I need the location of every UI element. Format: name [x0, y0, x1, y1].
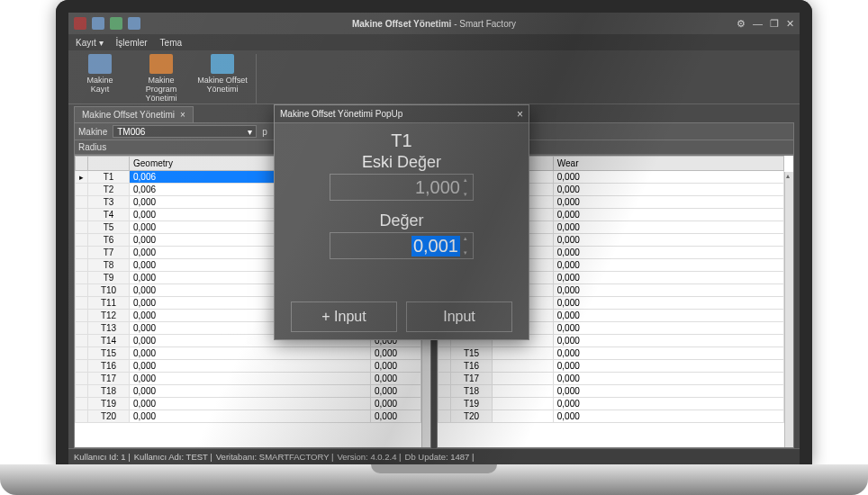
- cell-geometry[interactable]: 0,000: [130, 410, 371, 423]
- cell-wear[interactable]: 0,000: [553, 410, 783, 423]
- table-row[interactable]: T200,000: [439, 410, 784, 423]
- tab-label: Makine Offset Yönetimi: [82, 110, 175, 120]
- cell-wear[interactable]: 0,000: [371, 410, 421, 423]
- spinner-icon[interactable]: ▴▾: [464, 176, 471, 198]
- popup-close-icon[interactable]: ×: [517, 108, 523, 121]
- table-row[interactable]: T200,0000,000: [76, 410, 421, 423]
- row-header: T19: [88, 398, 130, 410]
- maximize-icon[interactable]: ❐: [770, 18, 779, 30]
- plus-input-button[interactable]: + Input: [291, 302, 397, 332]
- row-header: T6: [88, 234, 130, 247]
- row-indicator: [76, 373, 88, 385]
- col-wear[interactable]: Wear: [553, 157, 783, 171]
- cell-wear[interactable]: 0,000: [553, 184, 783, 196]
- cell-wear[interactable]: 0,000: [553, 196, 783, 209]
- cell-wear[interactable]: 0,000: [371, 373, 421, 385]
- cell-wear[interactable]: 0,000: [553, 360, 783, 373]
- cell-wear[interactable]: 0,000: [553, 272, 783, 284]
- row-header: T15: [451, 347, 493, 360]
- window-titlebar: Makine Offset Yönetimi - Smart Factory ⚙…: [68, 13, 800, 34]
- cell-wear[interactable]: 0,000: [553, 247, 783, 259]
- popup-new-label: Değer: [379, 212, 423, 230]
- row-header: T17: [88, 373, 130, 385]
- cell-wear[interactable]: 0,000: [553, 373, 783, 385]
- tab-makine-offset[interactable]: Makine Offset Yönetimi ×: [74, 106, 194, 122]
- minimize-icon[interactable]: —: [753, 18, 763, 30]
- table-row[interactable]: T150,0000,000: [76, 347, 421, 360]
- ribbon-tab-tema[interactable]: Tema: [160, 38, 182, 48]
- makine-offset-icon: [211, 54, 234, 74]
- qat-icon-1[interactable]: [92, 17, 104, 30]
- ribbon-tab-islemler[interactable]: İşlemler: [116, 38, 148, 48]
- ribbon-tabs: Kayıt ▾ İşlemler Tema: [68, 34, 800, 50]
- table-row[interactable]: T180,0000,000: [76, 385, 421, 398]
- cell-wear[interactable]: 0,000: [553, 347, 783, 360]
- cell-wear[interactable]: 0,000: [553, 398, 783, 410]
- chevron-down-icon: ▾: [248, 127, 252, 137]
- ribbon-btn-makine-kayit[interactable]: MakineKayıt: [74, 54, 126, 103]
- cell-wear[interactable]: 0,000: [553, 385, 783, 398]
- cell-wear[interactable]: 0,000: [553, 171, 783, 184]
- settings-icon[interactable]: ⚙: [737, 18, 746, 30]
- cell-wear[interactable]: 0,000: [553, 284, 783, 297]
- cell-wear[interactable]: 0,000: [553, 221, 783, 234]
- table-row[interactable]: T170,000: [439, 373, 784, 385]
- row-header: T8: [88, 259, 130, 272]
- table-row[interactable]: T160,000: [439, 360, 784, 373]
- scrollbar[interactable]: [784, 172, 793, 447]
- cell-geometry[interactable]: 0,000: [130, 398, 371, 410]
- cell-blank: [493, 398, 554, 410]
- ribbon-tab-kayit[interactable]: Kayıt ▾: [76, 38, 104, 48]
- filter-p-button[interactable]: p: [262, 127, 267, 137]
- qat-icon-2[interactable]: [110, 17, 122, 30]
- row-indicator: [76, 272, 88, 284]
- ribbon-btn-makine-program[interactable]: Makine ProgramYönetimi: [135, 54, 187, 103]
- popup-new-value: 0,001: [411, 236, 460, 256]
- table-row[interactable]: T190,000: [439, 398, 784, 410]
- table-row[interactable]: T160,0000,000: [76, 360, 421, 373]
- machine-dropdown[interactable]: TM006 ▾: [113, 125, 257, 138]
- machine-label: Makine: [78, 127, 107, 137]
- row-header: T10: [88, 284, 130, 297]
- row-indicator: [76, 247, 88, 259]
- row-header: T4: [88, 209, 130, 221]
- cell-geometry[interactable]: 0,000: [130, 385, 371, 398]
- cell-geometry[interactable]: 0,000: [130, 373, 371, 385]
- popup-new-value-box[interactable]: 0,001 ▴▾: [330, 232, 474, 259]
- popup-old-value-box[interactable]: 1,000 ▴▾: [330, 174, 474, 201]
- cell-wear[interactable]: 0,000: [371, 347, 421, 360]
- input-button[interactable]: Input: [406, 302, 512, 332]
- popup-titlebar[interactable]: Makine Offset Yönetimi PopUp ×: [275, 105, 529, 123]
- table-row[interactable]: T170,0000,000: [76, 373, 421, 385]
- cell-wear[interactable]: 0,000: [553, 335, 783, 347]
- cell-wear[interactable]: 0,000: [553, 259, 783, 272]
- row-header: T7: [88, 247, 130, 259]
- cell-wear[interactable]: 0,000: [553, 322, 783, 335]
- popup-old-value: 1,000: [415, 177, 460, 198]
- laptop-base: [0, 464, 868, 495]
- row-indicator: [76, 234, 88, 247]
- qat-icon-3[interactable]: [128, 17, 140, 30]
- cell-wear[interactable]: 0,000: [553, 297, 783, 310]
- row-indicator: [76, 259, 88, 272]
- ribbon-btn-makine-offset[interactable]: Makine OffsetYönetimi: [196, 54, 249, 103]
- cell-blank: [493, 410, 554, 423]
- row-header: T2: [88, 184, 130, 196]
- table-row[interactable]: T180,000: [439, 385, 784, 398]
- row-indicator: [76, 410, 88, 423]
- makine-kayit-icon: [88, 54, 112, 74]
- spinner-icon[interactable]: ▴▾: [464, 235, 471, 256]
- cell-wear[interactable]: 0,000: [371, 360, 421, 373]
- tab-close-icon[interactable]: ×: [180, 110, 185, 120]
- table-row[interactable]: T190,0000,000: [76, 398, 421, 410]
- cell-wear[interactable]: 0,000: [553, 310, 783, 322]
- cell-geometry[interactable]: 0,000: [130, 347, 371, 360]
- cell-wear[interactable]: 0,000: [553, 209, 783, 221]
- close-icon[interactable]: ✕: [786, 18, 794, 30]
- table-row[interactable]: T150,000: [439, 347, 784, 360]
- cell-geometry[interactable]: 0,000: [130, 360, 371, 373]
- row-indicator: [76, 322, 88, 335]
- cell-wear[interactable]: 0,000: [553, 234, 783, 247]
- cell-wear[interactable]: 0,000: [371, 398, 421, 410]
- cell-wear[interactable]: 0,000: [371, 385, 421, 398]
